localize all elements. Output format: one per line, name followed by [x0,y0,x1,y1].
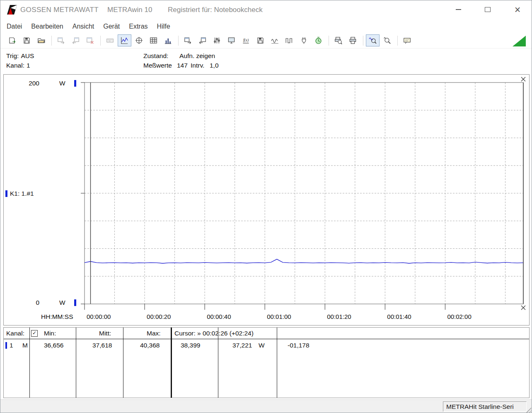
zustand-value: Aufn. zeigen [179,52,215,60]
col-header-kanal: Kanal: [6,330,24,337]
x-tick-label: 00:00:00 [87,313,111,320]
cell-unit: W [259,342,265,349]
chart-panel: 00:00:0000:00:2000:00:4000:01:0000:01:20… [3,74,530,326]
x-tick-label: 00:02:00 [447,313,471,320]
window-export-button[interactable] [54,34,68,46]
device-config-button[interactable] [210,34,224,46]
line-chart-view-button[interactable] [118,34,131,46]
timer-icon [314,36,322,44]
winArrowL-icon [72,36,80,44]
messwerte-value: 147 [177,62,188,69]
toolbar-separator [397,36,398,46]
title-bar: GOSSEN METRAWATT METRAwin 10 Registriert… [0,0,532,20]
annotation-button[interactable] [400,34,414,46]
waveS-icon [271,36,279,44]
close-button[interactable]: × [510,3,525,16]
menu-item-extras[interactable]: Extras [124,21,152,32]
window-close-button[interactable] [83,34,97,46]
y-axis-top-marker [74,80,76,87]
waveL-icon [285,36,293,44]
table-divider [123,328,123,398]
minimize-icon [456,9,461,10]
print-button[interactable] [346,34,360,46]
power-log-button[interactable] [297,34,311,46]
cell-min: 36,656 [44,342,63,349]
signal-small-button[interactable] [268,34,282,46]
display-view-button[interactable] [103,34,117,46]
device-send-button[interactable] [181,34,195,46]
table-view-button[interactable] [147,34,160,46]
y-axis-max-label: 200 [20,80,39,87]
y-axis-unit-top: W [59,80,65,87]
menu-item-datei[interactable]: Datei [2,21,27,32]
menu-item-bearbeiten[interactable]: Bearbeiten [27,21,68,32]
zoom-out-button[interactable] [380,34,394,46]
bargraph-view-button[interactable] [161,34,175,46]
kanal-label: Kanal: [6,62,24,69]
print-preview-button[interactable] [331,34,345,46]
menu-item-ansicht[interactable]: Ansicht [68,21,99,32]
floppyArrow-icon [8,36,16,44]
zoomWave-icon [369,36,377,44]
fx-icon: f(x) [242,36,250,44]
brand-title: GOSSEN METRAWATT [20,6,99,14]
zoom-curve-button[interactable] [366,34,380,46]
file-save-button[interactable] [20,34,34,46]
device-monitor-button[interactable] [225,34,238,46]
signal-large-button[interactable] [283,34,296,46]
device-receive-button[interactable] [196,34,209,46]
row-channel-marker [5,342,7,349]
crosshair-icon [135,36,143,44]
tableIcon-icon [150,36,157,44]
channel-legend[interactable]: K1: 1.#1 [5,190,34,197]
toolbar-separator [100,36,101,46]
floppy-icon [256,36,264,44]
maximize-button[interactable] [480,3,496,16]
minimize-button[interactable] [450,3,466,16]
scope-view-button[interactable] [132,34,146,46]
col-header-cursor: Cursor: » 00:02:26 (+02:24) [174,330,254,337]
status-line-1: Trig:AUS Zustand: Aufn. zeigen [0,52,532,61]
gossen-metrawatt-logo-icon [6,5,17,15]
winX-icon [86,36,94,44]
toolbar-separator [363,36,363,46]
file-import-button[interactable] [5,34,19,46]
monitor-icon [227,36,235,44]
measurement-table: Kanal: ✓ Min: Mitt: Max: Cursor: » 00:02… [3,327,530,398]
x-tick-label: 00:00:20 [147,313,171,320]
window-transfer-button[interactable] [69,34,82,46]
app-title: METRAwin 10 [107,6,152,14]
memory-read-button[interactable] [254,34,267,46]
table-divider [76,328,76,398]
table-divider [277,328,277,398]
printPrev-icon [334,36,342,44]
trig-value: AUS [21,52,34,59]
formula-button[interactable]: f(x) [239,34,253,46]
toolbar-separator [51,36,52,46]
record-timer-button[interactable] [312,34,325,46]
cell-mitt: 37,618 [92,342,112,349]
green-corner-triangle[interactable] [513,36,526,46]
bars-icon [164,36,172,44]
menu-item-geraet[interactable]: Gerät [99,21,124,32]
x-tick-label: 00:00:40 [207,313,231,320]
menu-item-hilfe[interactable]: Hilfe [152,21,175,32]
channel-visible-checkbox[interactable]: ✓ [31,330,38,337]
x-axis-format-label: HH:MM:SS [41,313,73,321]
y-axis-bottom-marker [74,299,76,306]
x-tick-label: 00:01:20 [327,313,351,320]
folder-icon [37,36,45,44]
plot-border [85,83,523,304]
app-window: GOSSEN METRAWATT METRAwin 10 Registriert… [0,0,532,413]
note-icon [403,36,411,44]
intrv-label: Intrv. [191,62,204,69]
winArrowL-icon [198,36,206,44]
x-tick-label: 00:01:00 [267,313,291,320]
file-open-button[interactable] [34,34,48,46]
svg-text:f(x): f(x) [243,38,249,43]
power-line-chart[interactable]: 00:00:0000:00:2000:00:4000:01:0000:01:20… [4,75,528,325]
sliders-icon [213,36,221,44]
messwerte-label: Meßwerte [143,62,172,69]
cell-mode: M [22,342,28,349]
zoomOut-icon [383,36,391,44]
